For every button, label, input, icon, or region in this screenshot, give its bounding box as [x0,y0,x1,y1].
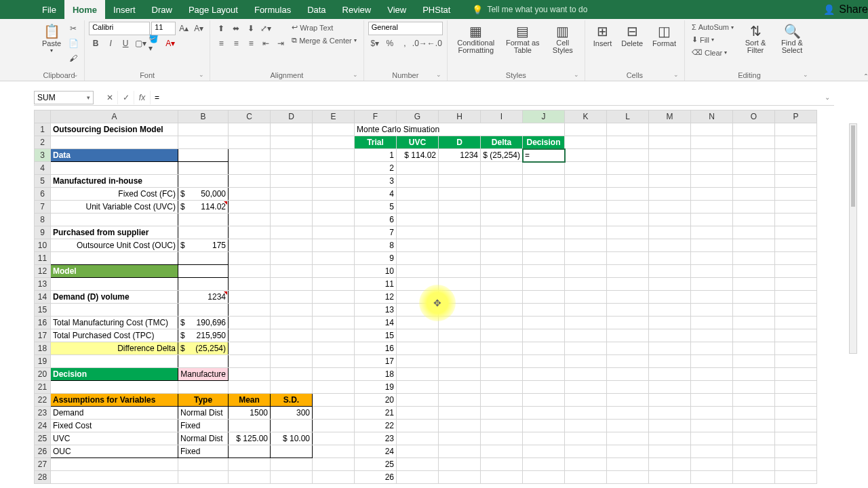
decrease-decimal-button[interactable]: ←.0 [428,37,441,50]
share-button[interactable]: Share [839,3,868,16]
row-header[interactable]: 17 [35,329,51,342]
tab-data[interactable]: Data [299,0,334,19]
orientation-button[interactable]: ⤢▾ [259,22,273,35]
row-header[interactable]: 16 [35,317,51,329]
row-header[interactable]: 27 [35,458,51,471]
conditional-formatting-button[interactable]: ▦Conditional Formatting [452,22,500,56]
row-header[interactable]: 24 [35,420,51,432]
tab-page-layout[interactable]: Page Layout [180,0,246,19]
percent-button[interactable]: % [383,37,397,50]
vertical-scrollbar[interactable] [849,123,857,354]
tab-view[interactable]: View [379,0,414,19]
styles-group-label: Styles [452,70,580,81]
formula-bar: SUM ✕ ✓ fx = ⌄ [34,89,834,106]
font-color-button[interactable]: A▾ [163,37,177,50]
row-header[interactable]: 18 [35,342,51,355]
format-cells-button[interactable]: ◫Format [648,22,680,49]
comma-button[interactable]: , [398,37,412,50]
increase-indent-button[interactable]: ⇥ [274,37,288,50]
borders-button[interactable]: ▢▾ [134,37,147,50]
format-as-table-button[interactable]: ▤Format as Table [502,22,544,56]
increase-font-button[interactable]: A▴ [177,22,191,35]
merge-center-button[interactable]: ⧉Merge & Center▾ [289,35,359,46]
clipboard-icon: 📋 [43,23,60,39]
row-header[interactable]: 6 [35,188,51,201]
insert-cells-button[interactable]: ⊞Insert [589,22,616,49]
alignment-group-label: Alignment [214,70,359,81]
row-header[interactable]: 4 [35,162,51,175]
row-header[interactable]: 8 [35,214,51,226]
row-header[interactable]: 22 [35,394,51,407]
align-right-button[interactable]: ≡ [244,37,258,50]
align-top-button[interactable]: ⬆ [214,22,228,35]
bold-button[interactable]: B [89,37,102,50]
bulb-icon: 💡 [472,5,483,15]
row-header[interactable]: 21 [35,381,51,394]
row-header[interactable]: 26 [35,445,51,458]
enter-formula-button[interactable]: ✓ [118,91,134,104]
row-header[interactable]: 14 [35,291,51,304]
row-header[interactable]: 12 [35,265,51,278]
italic-button[interactable]: I [104,37,117,50]
tell-me-search[interactable]: 💡 Tell me what you want to do [472,5,587,15]
row-header[interactable]: 28 [35,471,51,484]
cancel-formula-button[interactable]: ✕ [102,91,118,104]
decrease-indent-button[interactable]: ⇤ [259,37,273,50]
row-header[interactable]: 15 [35,304,51,317]
name-box[interactable]: SUM [34,91,94,104]
ribbon: 📋 Paste▾ ✂ 📄 🖌 Clipboard Calibri 11 A▴ A… [0,19,868,81]
paste-button[interactable]: 📋 Paste▾ [38,22,65,55]
spreadsheet-grid[interactable]: ABCDEFGHIJKLMNOP 1Outsourcing Decision M… [34,110,848,488]
align-left-button[interactable]: ≡ [214,37,228,50]
tab-draw[interactable]: Draw [144,0,180,19]
row-header[interactable]: 13 [35,278,51,291]
align-bottom-button[interactable]: ⬇ [244,22,258,35]
row-header[interactable]: 11 [35,252,51,265]
formula-input[interactable]: = [151,93,821,102]
row-header[interactable]: 10 [35,239,51,252]
format-painter-button[interactable]: 🖌 [66,52,80,65]
copy-button[interactable]: 📄 [66,37,80,50]
row-header[interactable]: 1 [35,123,51,136]
font-size-select[interactable]: 11 [151,22,176,35]
underline-button[interactable]: U [119,37,132,50]
find-select-button[interactable]: 🔍Find & Select [774,22,810,56]
autosum-button[interactable]: ΣAutoSum▾ [689,22,736,33]
wrap-text-button[interactable]: ↩Wrap Text [289,22,359,33]
number-format-select[interactable]: General [368,22,443,35]
increase-decimal-button[interactable]: .0→ [413,37,427,50]
fx-button[interactable]: fx [134,91,151,104]
tab-review[interactable]: Review [334,0,380,19]
fill-button[interactable]: ⬇Fill▾ [689,34,736,45]
row-header[interactable]: 3 [35,149,51,162]
row-header[interactable]: 19 [35,355,51,368]
user-icon[interactable]: 👤 [823,4,835,15]
align-center-button[interactable]: ≡ [229,37,243,50]
fill-color-button[interactable]: 🪣▾ [149,37,162,50]
align-middle-button[interactable]: ⬌ [229,22,243,35]
cut-button[interactable]: ✂ [66,22,80,35]
row-header[interactable]: 25 [35,432,51,445]
tab-phstat[interactable]: PHStat [414,0,458,19]
cell-styles-button[interactable]: ▥Cell Styles [545,22,580,56]
row-header[interactable]: 5 [35,175,51,188]
row-header[interactable]: 23 [35,407,51,420]
decrease-font-button[interactable]: A▾ [192,22,205,35]
tab-insert[interactable]: Insert [105,0,144,19]
delete-cells-button[interactable]: ⊟Delete [617,22,647,49]
tab-formulas[interactable]: Formulas [246,0,299,19]
collapse-ribbon-button[interactable]: ˆ [865,73,867,83]
clear-button[interactable]: ⌫Clear▾ [689,47,736,58]
row-header[interactable]: 7 [35,201,51,214]
tab-file[interactable]: File [34,0,64,19]
sort-filter-button[interactable]: ⇅Sort & Filter [738,22,773,56]
font-name-select[interactable]: Calibri [89,22,150,35]
currency-button[interactable]: $▾ [368,37,382,50]
row-header[interactable]: 20 [35,368,51,381]
row-header[interactable]: 9 [35,226,51,239]
tab-home[interactable]: Home [64,0,105,19]
row-header[interactable]: 2 [35,136,51,149]
select-all-corner[interactable] [35,110,51,123]
expand-formula-bar-button[interactable]: ⌄ [821,94,834,101]
column-headers[interactable]: ABCDEFGHIJKLMNOP [35,110,817,123]
